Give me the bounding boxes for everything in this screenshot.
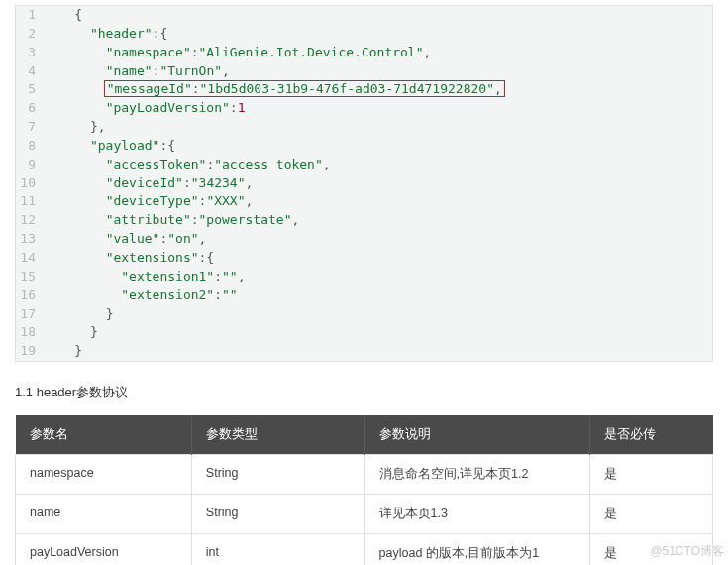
- json-string: "1bd5d003-31b9-476f-ad03-71d471922820": [200, 81, 494, 96]
- line-number: 9: [16, 156, 44, 174]
- json-key: "deviceType": [106, 193, 199, 208]
- line-number: 1: [16, 6, 44, 25]
- highlighted-code: "messageId":"1bd5d003-31b9-476f-ad03-71d…: [104, 80, 505, 97]
- json-punct: }: [90, 324, 98, 339]
- line-number: 13: [16, 230, 44, 249]
- json-punct: }: [74, 343, 82, 358]
- json-punct: ,: [424, 45, 432, 59]
- line-number: 12: [16, 211, 44, 230]
- json-punct: :: [191, 45, 199, 59]
- json-key: "namespace": [106, 45, 191, 59]
- code-line: 14 "extensions":{: [16, 249, 712, 268]
- json-key: "deviceId": [106, 175, 183, 190]
- table-header-row: 参数名参数类型参数说明是否必传: [16, 415, 713, 455]
- line-number: 11: [16, 192, 44, 211]
- json-number: 1: [238, 100, 246, 115]
- line-number: 3: [16, 44, 44, 62]
- code-line: 6 "payLoadVersion":1: [16, 99, 712, 118]
- json-string: "AliGenie.Iot.Device.Control": [199, 45, 424, 59]
- table-cell: payload 的版本,目前版本为1: [364, 534, 590, 565]
- line-number: 18: [16, 323, 44, 342]
- section-title: 1.1 header参数协议: [15, 384, 713, 401]
- code-content: }: [44, 343, 82, 358]
- json-punct: :: [192, 81, 200, 96]
- table-cell: 是: [590, 495, 713, 534]
- code-content: "deviceId":"34234",: [44, 175, 253, 190]
- code-line: 4 "name":"TurnOn",: [16, 62, 712, 81]
- code-content: "payload":{: [44, 138, 175, 153]
- table-header-cell: 参数说明: [364, 415, 590, 455]
- json-key: "header": [90, 26, 153, 41]
- table-header-cell: 参数类型: [191, 415, 364, 455]
- table-row: namespaceString消息命名空间,详见本页1.2是: [16, 455, 713, 495]
- table-header-cell: 参数名: [16, 415, 192, 455]
- json-key: "extension1": [121, 269, 214, 283]
- json-punct: ,: [246, 193, 254, 208]
- json-punct: :{: [153, 26, 168, 41]
- code-content: }: [44, 306, 113, 321]
- table-cell: 详见本页1.3: [364, 495, 590, 534]
- line-number: 6: [16, 99, 44, 118]
- code-content: "accessToken":"access token",: [44, 157, 331, 171]
- table-cell: 是: [590, 455, 713, 495]
- json-punct: ,: [494, 81, 502, 96]
- code-content: }: [44, 324, 98, 339]
- json-key: "payload": [90, 138, 159, 153]
- json-key: "value": [106, 231, 160, 246]
- code-content: },: [44, 119, 106, 134]
- code-line: 18 }: [16, 323, 712, 342]
- json-string: "XXX": [206, 193, 245, 208]
- code-line: 11 "deviceType":"XXX",: [16, 192, 712, 211]
- line-number: 8: [16, 137, 44, 156]
- table-row: payLoadVersionintpayload 的版本,目前版本为1是: [16, 534, 713, 565]
- json-string: "access token": [214, 157, 323, 171]
- json-punct: ,: [238, 269, 246, 283]
- json-punct: ,: [246, 175, 254, 190]
- code-content: "header":{: [44, 26, 167, 41]
- code-line: 9 "accessToken":"access token",: [16, 156, 712, 174]
- json-punct: ,: [222, 63, 230, 78]
- json-punct: ,: [323, 157, 331, 171]
- code-line: 19 }: [16, 342, 712, 361]
- code-line: 13 "value":"on",: [16, 230, 712, 249]
- json-punct: :: [230, 100, 238, 115]
- header-params-table: 参数名参数类型参数说明是否必传 namespaceString消息命名空间,详见…: [15, 415, 713, 565]
- json-string: "powerstate": [199, 212, 292, 227]
- json-punct: }: [106, 306, 114, 321]
- json-string: "": [222, 287, 238, 302]
- json-string: "": [222, 269, 238, 283]
- json-punct: :{: [199, 250, 215, 265]
- json-punct: :{: [159, 138, 175, 153]
- json-punct: :: [214, 287, 222, 302]
- code-content: "extensions":{: [44, 250, 214, 265]
- json-key: "messageId": [107, 81, 192, 96]
- json-punct: ,: [199, 231, 207, 246]
- code-content: "namespace":"AliGenie.Iot.Device.Control…: [44, 45, 431, 59]
- line-number: 15: [16, 268, 44, 286]
- code-line: 3 "namespace":"AliGenie.Iot.Device.Contr…: [16, 44, 712, 62]
- code-line: 5 "messageId":"1bd5d003-31b9-476f-ad03-7…: [16, 80, 712, 99]
- table-cell: namespace: [16, 455, 192, 495]
- json-key: "extension2": [121, 287, 214, 302]
- line-number: 17: [16, 305, 44, 324]
- json-string: "TurnOn": [159, 63, 222, 78]
- json-punct: {: [74, 7, 82, 22]
- code-line: 8 "payload":{: [16, 137, 712, 156]
- code-content: "payLoadVersion":1: [44, 100, 246, 115]
- code-content: "deviceType":"XXX",: [44, 193, 253, 208]
- code-line: 12 "attribute":"powerstate",: [16, 211, 712, 230]
- json-punct: :: [191, 212, 199, 227]
- line-number: 14: [16, 249, 44, 268]
- code-line: 1 {: [16, 6, 712, 25]
- json-punct: },: [90, 119, 106, 134]
- json-punct: :: [183, 175, 191, 190]
- table-body: namespaceString消息命名空间,详见本页1.2是nameString…: [16, 455, 713, 565]
- code-line: 2 "header":{: [16, 25, 712, 44]
- line-number: 5: [16, 80, 44, 99]
- table-cell: 消息命名空间,详见本页1.2: [364, 455, 590, 495]
- line-number: 10: [16, 174, 44, 193]
- json-key: "accessToken": [106, 157, 207, 171]
- code-content: {: [44, 7, 82, 22]
- table-cell: name: [16, 495, 192, 534]
- json-key: "payLoadVersion": [106, 100, 230, 115]
